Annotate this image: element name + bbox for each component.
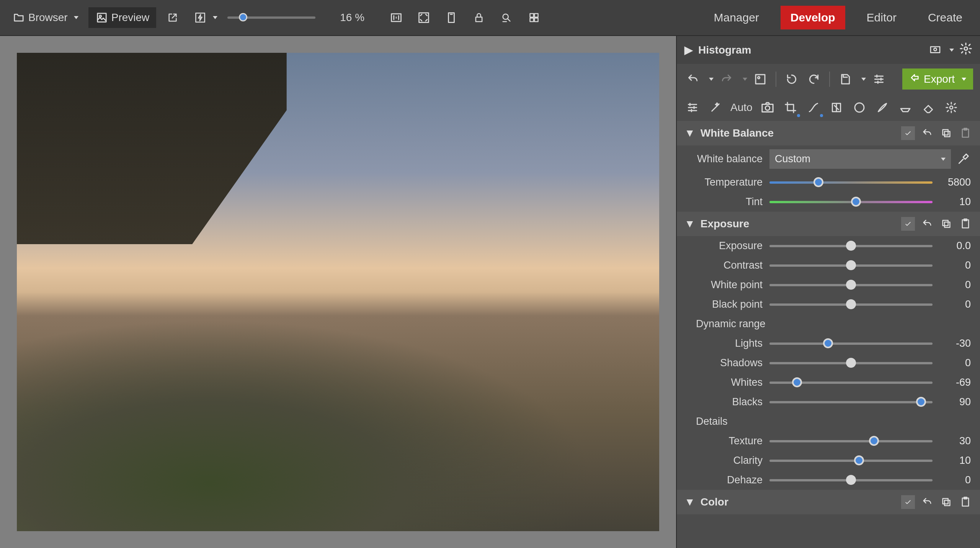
zoom-slider[interactable] bbox=[227, 16, 315, 19]
section-paste-icon[interactable] bbox=[959, 495, 972, 509]
section-copy-icon[interactable] bbox=[939, 495, 953, 509]
shadows-slider[interactable] bbox=[769, 362, 933, 364]
rotate-left-button[interactable] bbox=[782, 70, 801, 88]
svg-rect-6 bbox=[476, 17, 482, 22]
section-paste-icon[interactable] bbox=[959, 126, 972, 140]
tools-row: Auto bbox=[677, 94, 980, 121]
histogram-title: Histogram bbox=[698, 44, 929, 56]
crop-tool[interactable] bbox=[782, 99, 799, 116]
white-balance-header[interactable]: ▼ White Balance bbox=[677, 121, 980, 145]
section-reset-icon[interactable] bbox=[920, 217, 934, 231]
folder-image-icon bbox=[12, 11, 25, 24]
fit-screen-button[interactable] bbox=[413, 8, 435, 27]
actual-pixels-button[interactable] bbox=[385, 8, 407, 27]
image-canvas[interactable] bbox=[0, 36, 676, 548]
eyedropper-button[interactable] bbox=[956, 152, 971, 167]
undo-button[interactable] bbox=[684, 70, 702, 88]
whitepoint-value[interactable]: 0 bbox=[940, 279, 971, 291]
contrast-value[interactable]: 0 bbox=[940, 259, 971, 271]
one-to-one-icon bbox=[390, 11, 403, 24]
settings-sliders-button[interactable] bbox=[870, 70, 888, 88]
color-header[interactable]: ▼ Color bbox=[677, 490, 980, 514]
gradient-tool[interactable] bbox=[897, 99, 913, 116]
svg-rect-11 bbox=[534, 18, 538, 21]
flash-dropdown[interactable] bbox=[189, 8, 222, 27]
section-reset-icon[interactable] bbox=[920, 495, 934, 509]
blacks-slider[interactable] bbox=[769, 401, 933, 403]
browser-dropdown[interactable]: Browser bbox=[8, 8, 83, 27]
export-button[interactable]: Export bbox=[902, 68, 973, 90]
section-copy-icon[interactable] bbox=[939, 217, 953, 231]
dropdown-caret-icon[interactable] bbox=[743, 78, 747, 81]
compare-button[interactable] bbox=[751, 70, 769, 88]
clarity-slider[interactable] bbox=[769, 460, 933, 462]
lights-value[interactable]: -30 bbox=[940, 338, 971, 349]
gear-tool[interactable] bbox=[943, 99, 959, 116]
curves-tool[interactable] bbox=[805, 99, 822, 116]
exposure-header[interactable]: ▼ Exposure bbox=[677, 212, 980, 236]
section-check-icon[interactable] bbox=[901, 495, 915, 509]
whites-label: Whites bbox=[686, 377, 763, 388]
tab-editor[interactable]: Editor bbox=[857, 6, 906, 29]
temperature-value[interactable]: 5800 bbox=[940, 176, 971, 188]
tint-slider[interactable] bbox=[769, 201, 933, 203]
gear-icon[interactable] bbox=[959, 42, 972, 58]
tint-value[interactable]: 10 bbox=[940, 196, 971, 208]
adjustments-tool[interactable] bbox=[684, 99, 701, 116]
radial-tool[interactable] bbox=[851, 99, 867, 116]
whitepoint-slider[interactable] bbox=[769, 284, 933, 286]
section-check-icon[interactable] bbox=[901, 126, 915, 140]
dropdown-caret-icon bbox=[74, 16, 78, 19]
open-external-button[interactable] bbox=[162, 8, 184, 27]
preview-button[interactable]: Preview bbox=[88, 7, 157, 28]
separator bbox=[776, 72, 776, 87]
overlay-tool[interactable] bbox=[828, 99, 844, 116]
blackpoint-value[interactable]: 0 bbox=[940, 298, 971, 310]
brush-tool[interactable] bbox=[874, 99, 890, 116]
temperature-label: Temperature bbox=[686, 176, 763, 188]
whites-value[interactable]: -69 bbox=[940, 377, 971, 388]
camera-small-icon[interactable] bbox=[929, 44, 941, 56]
section-paste-icon[interactable] bbox=[959, 217, 972, 231]
section-copy-icon[interactable] bbox=[939, 126, 953, 140]
exposure-slider[interactable] bbox=[769, 245, 933, 247]
save-button[interactable] bbox=[836, 70, 854, 88]
camera-tool[interactable] bbox=[760, 99, 776, 116]
wb-mode-select[interactable]: Custom bbox=[769, 149, 951, 169]
redo-button[interactable] bbox=[717, 70, 736, 88]
svg-rect-10 bbox=[530, 18, 534, 21]
tab-create[interactable]: Create bbox=[918, 6, 972, 29]
chevron-down-icon: ▼ bbox=[684, 496, 695, 508]
image-icon bbox=[95, 11, 108, 24]
texture-value[interactable]: 30 bbox=[940, 435, 971, 447]
lights-slider[interactable] bbox=[769, 342, 933, 345]
whites-slider[interactable] bbox=[769, 382, 933, 384]
grid-button[interactable] bbox=[523, 8, 545, 27]
blackpoint-slider[interactable] bbox=[769, 303, 933, 306]
section-check-icon[interactable] bbox=[901, 217, 915, 231]
exposure-value[interactable]: 0.0 bbox=[940, 240, 971, 252]
dehaze-value[interactable]: 0 bbox=[940, 474, 971, 486]
histogram-header[interactable]: ▶ Histogram bbox=[677, 36, 980, 64]
dehaze-slider[interactable] bbox=[769, 479, 933, 481]
rotate-right-button[interactable] bbox=[805, 70, 823, 88]
blacks-value[interactable]: 90 bbox=[940, 396, 971, 408]
shadows-value[interactable]: 0 bbox=[940, 357, 971, 369]
tab-develop[interactable]: Develop bbox=[781, 6, 845, 29]
temperature-slider[interactable] bbox=[769, 181, 933, 184]
find-button[interactable] bbox=[495, 8, 518, 27]
overscan-button[interactable] bbox=[440, 8, 462, 27]
clarity-value[interactable]: 10 bbox=[940, 455, 971, 466]
magic-wand-tool[interactable] bbox=[707, 99, 724, 116]
contrast-slider[interactable] bbox=[769, 264, 933, 267]
texture-slider[interactable] bbox=[769, 440, 933, 442]
dropdown-caret-icon[interactable] bbox=[709, 78, 714, 81]
auto-button[interactable]: Auto bbox=[730, 101, 753, 114]
tab-manager[interactable]: Manager bbox=[704, 6, 769, 29]
blackpoint-label: Black point bbox=[686, 298, 763, 310]
dropdown-caret-icon[interactable] bbox=[861, 78, 866, 81]
zoom-slider-thumb[interactable] bbox=[239, 13, 247, 21]
lock-button[interactable] bbox=[468, 8, 490, 27]
section-reset-icon[interactable] bbox=[920, 126, 934, 140]
eraser-tool[interactable] bbox=[920, 99, 936, 116]
